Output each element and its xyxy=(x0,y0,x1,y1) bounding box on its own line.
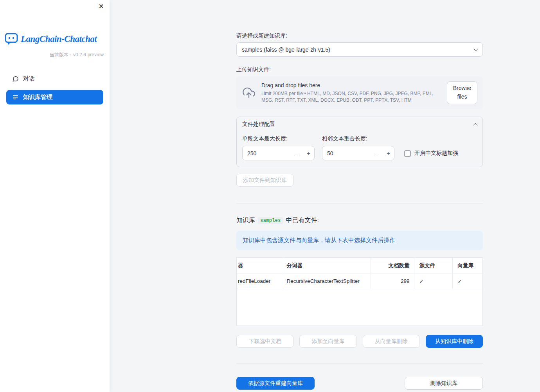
divider xyxy=(236,363,483,363)
minus-icon[interactable]: – xyxy=(371,150,383,156)
table-row[interactable]: redFileLoader RecursiveCharacterTextSpli… xyxy=(237,273,482,289)
sidebar-item-label: 对话 xyxy=(23,75,35,83)
plus-icon[interactable]: + xyxy=(383,150,394,156)
rebuild-vector-store-button[interactable]: 依据源文件重建向量库 xyxy=(236,377,315,390)
info-banner: 知识库中包含源文件与向量库，请从下表中选择文件后操作 xyxy=(236,231,483,250)
overlap-stepper[interactable]: 50 – + xyxy=(322,146,394,160)
delete-from-vector-store-button[interactable]: 从向量库删除 xyxy=(363,335,420,348)
cell-source-file-check[interactable]: ✓ xyxy=(414,273,452,289)
kb-name-code: samples xyxy=(258,217,283,224)
file-config-expander: 文件处理配置 单段文本最大长度: 250 – + 相邻文本重合长度: 50 – … xyxy=(236,117,483,167)
sidebar-item-knowledge-base[interactable]: 知识库管理 xyxy=(6,90,103,104)
cell-loader[interactable]: redFileLoader xyxy=(237,273,282,289)
logo-chat-icon xyxy=(5,33,18,45)
table-header-row: 器 分词器 文档数量 源文件 向量库 xyxy=(237,258,482,273)
close-icon[interactable]: ✕ xyxy=(99,3,104,10)
upload-label: 上传知识文件: xyxy=(236,66,483,73)
overlap-label: 相邻文本重合长度: xyxy=(322,135,394,142)
kb-selected-value: samples (faiss @ bge-large-zh-v1.5) xyxy=(242,47,330,53)
kb-select-label: 请选择或新建知识库: xyxy=(236,32,483,40)
expander-body: 单段文本最大长度: 250 – + 相邻文本重合长度: 50 – + 开启中 xyxy=(242,135,477,160)
files-table[interactable]: 器 分词器 文档数量 源文件 向量库 redFileLoader Recursi… xyxy=(236,257,483,326)
chunk-size-value[interactable]: 250 xyxy=(243,150,292,156)
chat-bubble-icon xyxy=(12,76,19,82)
zh-title-enhance-label: 开启中文标题加强 xyxy=(414,150,458,157)
browse-files-button[interactable]: Browse files xyxy=(447,81,477,104)
chevron-up-icon xyxy=(473,123,477,127)
dropzone-limit: Limit 200MB per file • HTML, MD, JSON, C… xyxy=(261,90,441,103)
column-header-loader[interactable]: 器 xyxy=(237,258,282,273)
divider xyxy=(236,203,483,203)
add-to-vector-store-button[interactable]: 添加至向量库 xyxy=(299,335,356,348)
sidebar-item-dialogue[interactable]: 对话 xyxy=(6,72,103,86)
download-selected-button[interactable]: 下载选中文档 xyxy=(236,335,293,348)
dropzone-title: Drag and drop files here xyxy=(261,82,441,88)
plus-icon[interactable]: + xyxy=(303,150,314,156)
existing-prefix: 知识库 xyxy=(236,216,255,225)
column-header-doc-count[interactable]: 文档数量 xyxy=(371,258,414,273)
minus-icon[interactable]: – xyxy=(292,150,303,156)
sidebar-menu: 对话 知识库管理 xyxy=(6,72,103,104)
cell-splitter[interactable]: RecursiveCharacterTextSplitter xyxy=(282,273,371,289)
overlap-value[interactable]: 50 xyxy=(322,150,371,156)
existing-files-line: 知识库 samples 中已有文件: xyxy=(236,216,483,225)
dropzone-text: Drag and drop files here Limit 200MB per… xyxy=(261,82,441,103)
sidebar: ✕ LangChain-Chatchat 当前版本：v0.2.6-preview… xyxy=(0,0,110,392)
existing-suffix: 中已有文件: xyxy=(286,216,319,225)
delete-kb-button[interactable]: 删除知识库 xyxy=(405,377,483,390)
chunk-size-label: 单段文本最大长度: xyxy=(242,135,315,142)
chunk-size-field: 单段文本最大长度: 250 – + xyxy=(242,135,315,160)
knowledge-base-list-icon xyxy=(12,94,19,101)
logo-text: LangChain-Chatchat xyxy=(21,34,97,44)
zh-title-enhance-checkbox[interactable] xyxy=(404,150,411,157)
kb-selectbox[interactable]: samples (faiss @ bge-large-zh-v1.5) xyxy=(236,42,483,57)
chunk-size-stepper[interactable]: 250 – + xyxy=(242,146,315,160)
spacer xyxy=(320,377,399,390)
cell-vector-store-check[interactable]: ✓ xyxy=(452,273,482,289)
main-content: 请选择或新建知识库: samples (faiss @ bge-large-zh… xyxy=(236,0,483,390)
zh-title-enhance-option[interactable]: 开启中文标题加强 xyxy=(404,150,477,157)
table-empty-area xyxy=(237,289,482,325)
version-label: 当前版本：v0.2.6-preview xyxy=(0,52,110,58)
upload-cloud-icon xyxy=(243,86,255,99)
chevron-down-icon xyxy=(473,47,478,51)
column-header-source-file[interactable]: 源文件 xyxy=(414,258,452,273)
app-logo: LangChain-Chatchat xyxy=(0,33,110,45)
zh-title-enhance-field: 开启中文标题加强 xyxy=(402,135,477,160)
file-actions-row: 下载选中文档 添加至向量库 从向量库删除 从知识库中删除 xyxy=(236,335,483,348)
expander-title: 文件处理配置 xyxy=(242,121,275,128)
overlap-field: 相邻文本重合长度: 50 – + xyxy=(322,135,394,160)
file-dropzone[interactable]: Drag and drop files here Limit 200MB per… xyxy=(236,76,483,109)
add-files-to-kb-button[interactable]: 添加文件到知识库 xyxy=(236,174,293,187)
sidebar-item-label: 知识库管理 xyxy=(23,94,52,101)
expander-header[interactable]: 文件处理配置 xyxy=(242,117,477,132)
delete-from-kb-button[interactable]: 从知识库中删除 xyxy=(426,335,483,348)
column-header-vector-store[interactable]: 向量库 xyxy=(452,258,482,273)
column-header-splitter[interactable]: 分词器 xyxy=(282,258,371,273)
cell-doc-count[interactable]: 299 xyxy=(371,273,414,289)
kb-actions-row: 依据源文件重建向量库 删除知识库 xyxy=(236,377,483,390)
